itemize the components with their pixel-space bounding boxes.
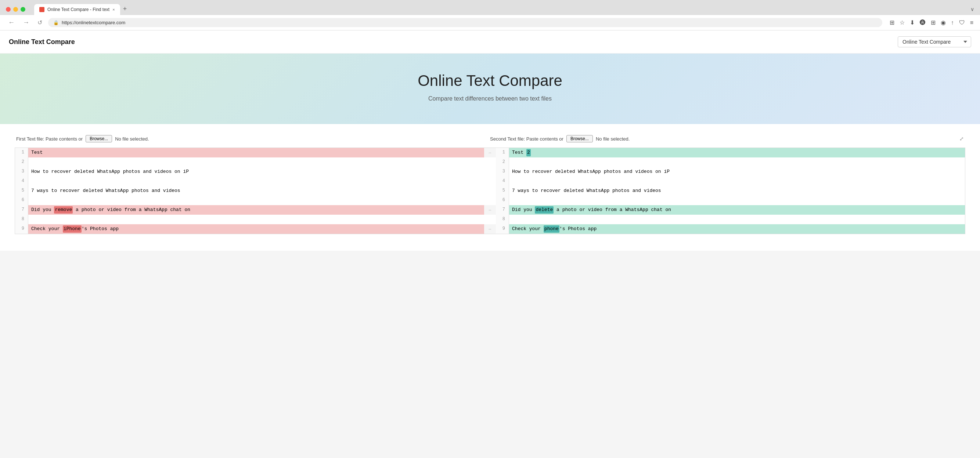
sync-row-2 bbox=[484, 157, 496, 167]
line-number: 7 bbox=[496, 205, 509, 215]
address-bar[interactable]: 🔒 https://onlinetextcompare.com bbox=[48, 18, 882, 27]
line-content: 7 ways to recover deleted WhatsApp photo… bbox=[509, 186, 965, 196]
sync-row-6 bbox=[484, 196, 496, 205]
line-number: 3 bbox=[15, 167, 28, 176]
browser-chrome: Online Text Compare - Find text × + ∨ ← … bbox=[0, 0, 980, 30]
left-diff-editor[interactable]: 1 Test 2 3 How to recover deleted WhatsA… bbox=[15, 148, 484, 234]
line-number: 8 bbox=[496, 215, 509, 224]
diff-line-left-3: 3 How to recover deleted WhatsApp photos… bbox=[15, 167, 484, 176]
sync-row-3 bbox=[484, 167, 496, 176]
tab-bar: Online Text Compare - Find text × + bbox=[34, 4, 130, 15]
line-number: 9 bbox=[496, 224, 509, 234]
line-number: 6 bbox=[496, 196, 509, 205]
nav-bar: ← → ↺ 🔒 https://onlinetextcompare.com ⊞ … bbox=[0, 15, 980, 30]
sync-row-7: ↔ bbox=[484, 205, 496, 215]
diff-line-left-5: 5 7 ways to recover deleted WhatsApp pho… bbox=[15, 186, 484, 196]
sync-row-9: ↔ bbox=[484, 224, 496, 234]
site-header: Online Text Compare Online Text Compare bbox=[0, 30, 980, 54]
line-content bbox=[28, 196, 484, 205]
minimize-button[interactable] bbox=[13, 7, 18, 12]
tab-title: Online Text Compare - Find text bbox=[48, 7, 110, 12]
left-panel-header: First Text file: Paste contents or Brows… bbox=[16, 135, 490, 143]
diff-line-left-7: 7 Did you remove a photo or video from a… bbox=[15, 205, 484, 215]
forward-button[interactable]: → bbox=[21, 18, 32, 27]
tab-favicon-icon bbox=[39, 7, 45, 12]
page-content: Online Text Compare Online Text Compare … bbox=[0, 30, 980, 250]
line-content: Test 2 bbox=[509, 148, 965, 157]
diff-panels-wrapper: 1 Test 2 3 How to recover deleted WhatsA… bbox=[15, 147, 965, 234]
right-diff-editor[interactable]: 1 Test 2 2 3 How to recover deleted What… bbox=[496, 148, 965, 234]
diff-line-left-6: 6 bbox=[15, 196, 484, 205]
line-content bbox=[509, 176, 965, 186]
line-content: How to recover deleted WhatsApp photos a… bbox=[509, 167, 965, 176]
compare-section: First Text file: Paste contents or Brows… bbox=[0, 124, 980, 245]
line-content bbox=[28, 157, 484, 167]
diff-line-right-4: 4 bbox=[496, 176, 965, 186]
close-button[interactable] bbox=[6, 7, 11, 12]
right-panel-header: Second Text file: Paste contents or Brow… bbox=[490, 135, 964, 143]
line-content: Did you remove a photo or video from a W… bbox=[28, 205, 484, 215]
diff-line-right-6: 6 bbox=[496, 196, 965, 205]
active-tab[interactable]: Online Text Compare - Find text × bbox=[34, 4, 120, 15]
expand-icon[interactable]: ⤢ bbox=[959, 136, 964, 142]
diff-line-left-8: 8 bbox=[15, 215, 484, 224]
extensions-icon[interactable]: ⊞ bbox=[889, 18, 895, 27]
bookmark-icon[interactable]: ☆ bbox=[899, 18, 905, 27]
line-content: Test bbox=[28, 148, 484, 157]
line-number: 2 bbox=[15, 157, 28, 167]
tab-close-button[interactable]: × bbox=[112, 7, 115, 12]
line-number: 1 bbox=[496, 148, 509, 157]
site-nav-dropdown[interactable]: Online Text Compare bbox=[898, 36, 971, 48]
line-number: 3 bbox=[496, 167, 509, 176]
line-number: 5 bbox=[15, 186, 28, 196]
sync-row-1: ↔ bbox=[484, 148, 496, 157]
diff-line-right-9: 9 Check your phone's Photos app bbox=[496, 224, 965, 234]
account-icon[interactable]: 🅐 bbox=[919, 19, 926, 27]
right-panel-label: Second Text file: Paste contents or bbox=[490, 136, 563, 142]
line-number: 7 bbox=[15, 205, 28, 215]
site-logo-title: Online Text Compare bbox=[9, 38, 75, 46]
sync-icon[interactable]: ⊞ bbox=[930, 18, 936, 27]
maximize-button[interactable] bbox=[21, 7, 25, 12]
line-number: 4 bbox=[15, 176, 28, 186]
traffic-lights bbox=[6, 7, 25, 12]
line-content: Check your iPhone's Photos app bbox=[28, 224, 484, 234]
left-diff-panel: 1 Test 2 3 How to recover deleted WhatsA… bbox=[15, 147, 484, 234]
line-content: Did you delete a photo or video from a W… bbox=[509, 205, 965, 215]
inline-diff-span: 2 bbox=[527, 149, 531, 157]
sync-row-8 bbox=[484, 215, 496, 224]
url-display: https://onlinetextcompare.com bbox=[62, 20, 877, 25]
hero-subtitle: Compare text differences between two tex… bbox=[9, 95, 971, 102]
share-icon[interactable]: ↑ bbox=[950, 19, 955, 27]
line-content bbox=[509, 157, 965, 167]
shield-icon[interactable]: 🛡 bbox=[958, 19, 966, 27]
diff-line-right-5: 5 7 ways to recover deleted WhatsApp pho… bbox=[496, 186, 965, 196]
line-number: 9 bbox=[15, 224, 28, 234]
tab-list-chevron[interactable]: ∨ bbox=[970, 6, 974, 12]
right-browse-button[interactable]: Browse... bbox=[566, 135, 593, 143]
back-button[interactable]: ← bbox=[6, 18, 17, 27]
refresh-button[interactable]: ↺ bbox=[35, 18, 45, 27]
sync-row-5 bbox=[484, 186, 496, 196]
diff-line-left-9: 9 Check your iPhone's Photos app bbox=[15, 224, 484, 234]
diff-line-right-3: 3 How to recover deleted WhatsApp photos… bbox=[496, 167, 965, 176]
menu-icon[interactable]: ≡ bbox=[969, 19, 974, 27]
line-number: 4 bbox=[496, 176, 509, 186]
line-content bbox=[28, 215, 484, 224]
hero-section: Online Text Compare Compare text differe… bbox=[0, 54, 980, 124]
diff-line-right-1: 1 Test 2 bbox=[496, 148, 965, 157]
line-content: How to recover deleted WhatsApp photos a… bbox=[28, 167, 484, 176]
inline-diff-span: delete bbox=[535, 206, 554, 214]
right-file-status: No file selected. bbox=[596, 136, 630, 142]
hero-title: Online Text Compare bbox=[9, 72, 971, 90]
line-number: 5 bbox=[496, 186, 509, 196]
line-content: Check your phone's Photos app bbox=[509, 224, 965, 234]
new-tab-button[interactable]: + bbox=[120, 4, 130, 14]
diff-line-right-7: 7 Did you delete a photo or video from a… bbox=[496, 205, 965, 215]
diff-line-left-2: 2 bbox=[15, 157, 484, 167]
diff-line-right-8: 8 bbox=[496, 215, 965, 224]
sync-row-4 bbox=[484, 176, 496, 186]
left-browse-button[interactable]: Browse... bbox=[86, 135, 112, 143]
pocket-icon[interactable]: ⬇ bbox=[909, 18, 915, 27]
container-icon[interactable]: ◉ bbox=[940, 18, 947, 27]
